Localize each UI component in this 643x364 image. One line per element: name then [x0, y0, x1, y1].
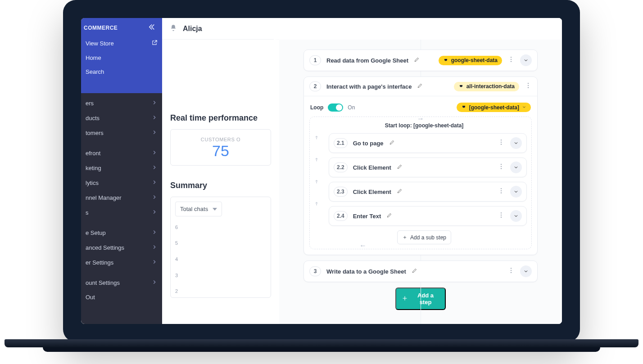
sub-step-card[interactable]: 2.2 Click Element — [329, 157, 527, 177]
svg-point-6 — [501, 139, 502, 140]
ytick: 6 — [175, 225, 178, 230]
sub-step-number: 2.3 — [334, 187, 348, 197]
sidebar-item[interactable]: s — [81, 205, 162, 220]
chevron-down-icon[interactable] — [510, 186, 522, 198]
svg-point-10 — [501, 166, 502, 167]
loop-toggle[interactable] — [328, 103, 343, 112]
sidebar-link-label: Home — [86, 54, 101, 61]
sub-step-card[interactable]: 2.3 Click Element — [329, 182, 527, 202]
kebab-icon[interactable] — [507, 56, 515, 65]
sidebar-link-home[interactable]: Home — [81, 51, 162, 65]
loop-area: → Start loop: [google-sheet-data] — [309, 117, 532, 249]
ytick: 2 — [175, 288, 178, 294]
chevron-down-icon[interactable] — [520, 265, 532, 277]
kebab-icon[interactable] — [498, 211, 505, 220]
loop-state: On — [348, 104, 355, 111]
plug-icon — [461, 104, 466, 111]
stat-value: 75 — [179, 142, 263, 160]
svg-point-15 — [501, 212, 502, 213]
sidebar-link-search[interactable]: Search — [81, 65, 162, 79]
kebab-icon[interactable] — [498, 139, 505, 148]
sidebar-item[interactable]: er Settings — [81, 255, 162, 270]
svg-point-9 — [501, 164, 502, 165]
pencil-icon[interactable] — [389, 139, 395, 147]
chevron-right-icon — [151, 149, 158, 157]
chevron-down-icon[interactable] — [510, 137, 522, 149]
pencil-icon[interactable] — [397, 188, 403, 196]
svg-point-7 — [501, 142, 502, 143]
sidebar-item[interactable]: nnel Manager — [81, 190, 162, 205]
dashboard-panel: Alicja Real time performance CUSTOMERS O… — [162, 18, 279, 324]
stat-label: CUSTOMERS O — [179, 137, 263, 142]
loop-label: Loop — [310, 104, 323, 111]
step-card[interactable]: 1 Read data from Google Sheet google-she… — [303, 49, 538, 71]
plug-icon — [458, 83, 464, 90]
sidebar-item[interactable]: ount Settings — [81, 275, 162, 290]
external-link-icon — [151, 40, 158, 47]
sidebar-item[interactable]: Out — [81, 290, 162, 304]
chevron-right-icon — [151, 164, 158, 172]
arrow-right-icon: → — [417, 115, 424, 123]
brand: COMMERCE — [84, 25, 118, 31]
loop-source-chip[interactable]: [google-sheet-data] — [457, 103, 531, 112]
sidebar-item[interactable]: efront — [81, 146, 162, 161]
step-number: 3 — [309, 266, 321, 276]
pencil-icon[interactable] — [417, 82, 423, 90]
svg-point-1 — [511, 59, 512, 60]
bell-icon[interactable] — [169, 24, 177, 34]
step-title: Interact with a page's interface — [326, 83, 412, 90]
sub-step-card[interactable]: 2.4 Enter Text — [329, 206, 527, 226]
sidebar-item[interactable]: e Setup — [81, 225, 162, 240]
svg-point-19 — [511, 270, 512, 271]
sidebar-link-view-store[interactable]: View Store — [81, 36, 162, 51]
step-card[interactable]: 2 Interact with a page's interface all-i… — [303, 76, 538, 255]
add-step-button[interactable]: Add a step — [395, 288, 446, 310]
sub-step-number: 2.4 — [334, 211, 348, 221]
sidebar-item[interactable]: anced Settings — [81, 240, 162, 255]
chevron-down-icon[interactable] — [520, 54, 532, 66]
svg-point-17 — [501, 217, 502, 218]
sidebar-link-label: View Store — [86, 40, 114, 47]
kebab-icon[interactable] — [498, 163, 505, 172]
sidebar-item[interactable]: tomers — [81, 126, 162, 140]
kebab-icon[interactable] — [525, 82, 532, 91]
page-title: Alicja — [183, 25, 202, 33]
pencil-icon[interactable] — [386, 212, 393, 220]
chevron-right-icon — [151, 179, 158, 187]
chevron-right-icon — [151, 194, 158, 202]
sub-step-card[interactable]: 2.1 Go to page — [329, 133, 527, 153]
chevron-right-icon — [151, 259, 158, 266]
pencil-icon[interactable] — [414, 56, 420, 64]
sidebar: COMMERCE View Store Home — [81, 18, 162, 324]
workflow-panel: 1 Read data from Google Sheet google-she… — [279, 18, 562, 324]
metric-select[interactable]: Total chats — [175, 202, 222, 216]
svg-point-12 — [501, 188, 502, 189]
step-number: 2 — [309, 81, 321, 91]
kebab-icon[interactable] — [498, 187, 505, 196]
output-chip[interactable]: all-interaction-data — [454, 82, 519, 91]
step-number: 1 — [309, 55, 321, 65]
chevron-down-icon[interactable] — [510, 162, 522, 173]
pencil-icon[interactable] — [397, 163, 403, 171]
kebab-icon[interactable] — [507, 267, 515, 276]
loop-toggle-row: Loop On [google-sheet-data] — [309, 100, 532, 117]
plus-icon — [402, 295, 408, 303]
ytick: 3 — [175, 273, 178, 278]
collapse-sidebar-button[interactable] — [147, 22, 156, 33]
chevron-down-icon — [522, 104, 526, 111]
chevron-right-icon — [151, 114, 158, 122]
step-card[interactable]: 3 Write data to a Google Sheet — [303, 261, 538, 282]
add-sub-step-button[interactable]: ＋ Add a sub step — [397, 230, 451, 244]
output-chip[interactable]: google-sheet-data — [439, 56, 502, 65]
sidebar-item[interactable]: lytics — [81, 175, 162, 190]
pencil-icon[interactable] — [412, 267, 418, 275]
chevron-right-icon — [151, 209, 158, 216]
sidebar-item[interactable]: ers — [81, 96, 162, 111]
sub-step-title: Click Element — [353, 164, 391, 171]
step-title: Write data to a Google Sheet — [326, 268, 406, 275]
chevron-down-icon[interactable] — [510, 210, 522, 222]
sidebar-item[interactable]: keting — [81, 161, 162, 175]
sub-step-title: Go to page — [353, 140, 384, 147]
svg-point-5 — [528, 87, 529, 88]
sidebar-item[interactable]: ducts — [81, 111, 162, 126]
